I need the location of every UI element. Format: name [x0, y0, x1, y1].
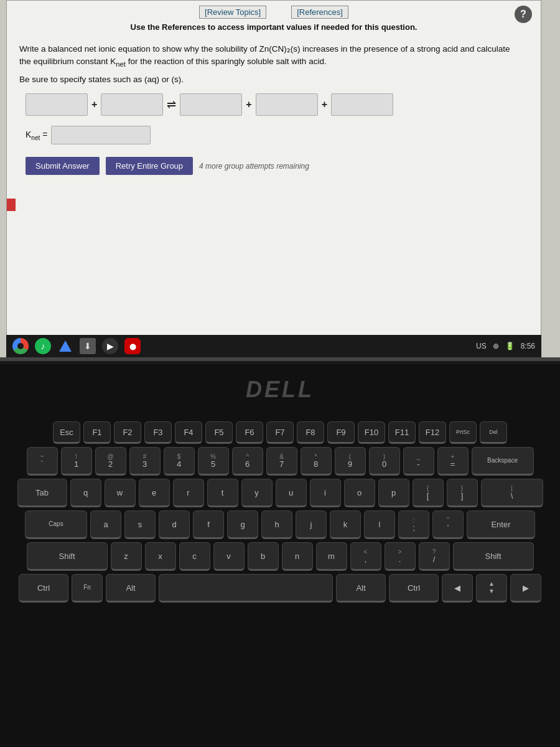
key-1[interactable]: !1	[61, 447, 92, 476]
key-arrow-right[interactable]: ▶	[510, 574, 541, 603]
key-ctrl-left[interactable]: Ctrl	[19, 574, 68, 603]
key-backspace[interactable]: Backspace	[472, 447, 534, 476]
key-s[interactable]: s	[124, 510, 156, 539]
key-w[interactable]: w	[105, 479, 136, 507]
key-f7[interactable]: F7	[266, 421, 294, 444]
retry-entire-group-button[interactable]: Retry Entire Group	[106, 157, 193, 175]
key-i[interactable]: i	[310, 479, 341, 507]
key-arrow-updown[interactable]: ▲ ▼	[476, 574, 507, 603]
dell-logo: DELL	[246, 377, 314, 403]
knet-input[interactable]	[51, 126, 151, 144]
key-l[interactable]: l	[364, 510, 395, 539]
top-bar: [Review Topics] [References]	[7, 1, 541, 21]
key-f3[interactable]: F3	[144, 421, 172, 444]
key-4[interactable]: $4	[164, 447, 195, 476]
double-arrow: ⇌	[167, 96, 176, 113]
play-icon[interactable]: ▶	[102, 338, 118, 354]
key-space[interactable]	[159, 574, 333, 603]
key-fn[interactable]: Fn	[72, 574, 103, 603]
key-f5[interactable]: F5	[205, 421, 233, 444]
keyboard: Esc F1 F2 F3 F4 F5 F6 F7 F8 F9 F10 F11 F…	[25, 421, 535, 606]
key-prtsc[interactable]: PrtSc	[449, 421, 477, 444]
red-side-tab[interactable]	[7, 199, 16, 211]
drive-icon[interactable]	[57, 338, 73, 354]
key-2[interactable]: @2	[95, 447, 126, 476]
key-quote[interactable]: "'	[432, 510, 464, 539]
key-f10[interactable]: F10	[358, 421, 385, 444]
key-8[interactable]: *8	[301, 447, 332, 476]
key-del[interactable]: Del	[480, 421, 507, 444]
key-period[interactable]: >.	[385, 542, 416, 571]
key-f9[interactable]: F9	[327, 421, 355, 444]
eq-input-4[interactable]	[256, 93, 318, 116]
key-esc[interactable]: Esc	[53, 421, 80, 444]
key-g[interactable]: g	[227, 510, 258, 539]
key-alt-right[interactable]: Alt	[336, 574, 386, 603]
key-p[interactable]: p	[378, 479, 409, 507]
key-f4[interactable]: F4	[175, 421, 202, 444]
key-equals[interactable]: +=	[437, 447, 469, 476]
help-icon[interactable]: ?	[515, 6, 532, 23]
key-semicolon[interactable]: :;	[398, 510, 429, 539]
key-minus[interactable]: _-	[403, 447, 434, 476]
key-f6[interactable]: F6	[236, 421, 263, 444]
key-0[interactable]: )0	[369, 447, 400, 476]
key-f2[interactable]: F2	[114, 421, 141, 444]
key-u[interactable]: u	[276, 479, 307, 507]
video-icon[interactable]: ⬤	[124, 338, 141, 354]
eq-input-1[interactable]	[26, 93, 88, 116]
key-z[interactable]: z	[111, 542, 142, 571]
key-9[interactable]: (9	[335, 447, 366, 476]
key-o[interactable]: o	[344, 479, 375, 507]
key-5[interactable]: %5	[198, 447, 229, 476]
key-6[interactable]: ^6	[232, 447, 263, 476]
attempts-remaining: 4 more group attempts remaining	[199, 161, 309, 172]
review-topics-link[interactable]: [Review Topics]	[199, 6, 266, 19]
key-y[interactable]: y	[241, 479, 273, 507]
key-e[interactable]: e	[139, 479, 170, 507]
key-m[interactable]: m	[316, 542, 347, 571]
key-h[interactable]: h	[261, 510, 292, 539]
key-f12[interactable]: F12	[419, 421, 446, 444]
key-slash[interactable]: ?/	[419, 542, 450, 571]
key-d[interactable]: d	[159, 510, 190, 539]
submit-answer-button[interactable]: Submit Answer	[26, 157, 100, 175]
key-tab[interactable]: Tab	[17, 479, 67, 507]
references-link[interactable]: [References]	[291, 6, 348, 19]
key-f[interactable]: f	[193, 510, 224, 539]
key-k[interactable]: k	[330, 510, 361, 539]
key-alt-left[interactable]: Alt	[106, 574, 156, 603]
eq-input-5[interactable]	[331, 93, 393, 116]
key-j[interactable]: j	[296, 510, 327, 539]
key-t[interactable]: t	[207, 479, 238, 507]
key-a[interactable]: a	[90, 510, 121, 539]
key-comma[interactable]: <,	[350, 542, 381, 571]
key-bracket-open[interactable]: {[	[413, 479, 444, 507]
key-v[interactable]: v	[213, 542, 245, 571]
eq-input-2[interactable]	[101, 93, 163, 116]
key-backslash[interactable]: |\	[481, 479, 543, 507]
key-enter[interactable]: Enter	[467, 510, 535, 539]
key-7[interactable]: &7	[266, 447, 297, 476]
key-c[interactable]: c	[179, 542, 210, 571]
key-bracket-close[interactable]: }]	[447, 479, 478, 507]
key-ctrl-right[interactable]: Ctrl	[389, 574, 439, 603]
key-arrow-left[interactable]: ◀	[442, 574, 473, 603]
spotify-icon[interactable]: ♪	[35, 338, 51, 354]
key-3[interactable]: #3	[129, 447, 161, 476]
key-n[interactable]: n	[282, 542, 313, 571]
eq-input-3[interactable]	[180, 93, 242, 116]
key-q[interactable]: q	[70, 479, 101, 507]
key-f1[interactable]: F1	[83, 421, 111, 444]
chrome-icon[interactable]	[12, 338, 29, 354]
key-r[interactable]: r	[173, 479, 204, 507]
key-tilde[interactable]: ~`	[27, 447, 58, 476]
key-x[interactable]: x	[145, 542, 176, 571]
key-f8[interactable]: F8	[297, 421, 324, 444]
key-caps[interactable]: Caps	[25, 510, 87, 539]
key-shift-right[interactable]: Shift	[453, 542, 534, 571]
key-shift-left[interactable]: Shift	[27, 542, 108, 571]
files-icon[interactable]: ⬇	[80, 338, 96, 354]
key-b[interactable]: b	[248, 542, 279, 571]
key-f11[interactable]: F11	[388, 421, 416, 444]
